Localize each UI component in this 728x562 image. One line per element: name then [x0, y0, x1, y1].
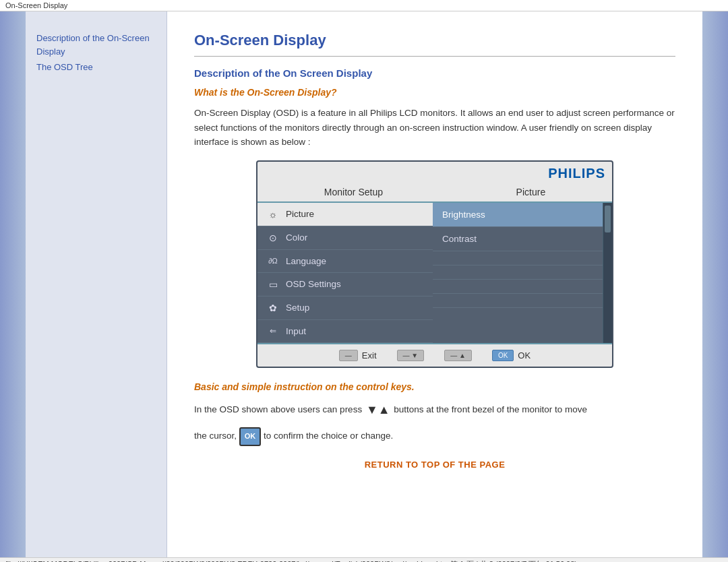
- osd-tab-monitor-setup: Monitor Setup: [311, 185, 396, 199]
- return-to-top-link[interactable]: RETURN TO TOP OF THE PAGE: [194, 460, 675, 470]
- title-divider: [194, 56, 675, 57]
- title-bar-text: On-Screen Display: [5, 1, 67, 9]
- sidebar: Description of the On-Screen Display The…: [26, 11, 167, 557]
- control-text-1: In the OSD shown above users can press: [194, 404, 362, 414]
- osd-display: PHILIPS Monitor Setup Picture ☼ Picture: [256, 160, 613, 368]
- osd-btn-up[interactable]: — ▲: [444, 350, 472, 361]
- osd-menu-item-osd-settings[interactable]: ▭ OSD Settings: [257, 273, 433, 296]
- osd-btn-down[interactable]: — ▼: [397, 350, 425, 361]
- osd-menu-label-language: Language: [286, 256, 326, 266]
- osd-menu-item-picture[interactable]: ☼ Picture: [257, 203, 433, 226]
- ok-key: OK: [492, 350, 514, 361]
- statusbar: file:///Hi/OEM.MODELS/Philips 2007/CD Ma…: [0, 557, 728, 562]
- up-key: — ▲: [444, 350, 472, 361]
- osd-menu-item-setup[interactable]: ✿ Setup: [257, 296, 433, 320]
- main-content: On-Screen Display Description of the On …: [167, 11, 702, 557]
- osd-scrollbar: [603, 203, 612, 343]
- brightness-label: Brightness: [442, 210, 485, 220]
- color-icon: ⊙: [267, 232, 279, 243]
- setup-icon: ✿: [267, 303, 279, 313]
- osd-right-col: Brightness Contrast: [433, 203, 603, 343]
- osd-settings-icon: ▭: [267, 279, 279, 290]
- osd-left-col: ☼ Picture ⊙ Color ∂Ω Language: [257, 203, 433, 343]
- control-text-2: buttons at the front bezel of the monito…: [394, 404, 587, 414]
- language-icon: ∂Ω: [267, 257, 279, 265]
- down-triangle-icon: ▼▲: [366, 399, 390, 420]
- cursor-text: the cursor,: [194, 431, 237, 441]
- cursor-confirm-text: the cursor, OK to confirm the choice or …: [194, 427, 675, 446]
- picture-icon: ☼: [267, 209, 279, 220]
- osd-menu-item-input[interactable]: ⇐ Input: [257, 320, 433, 343]
- sidebar-link-description[interactable]: Description of the On-Screen Display: [36, 32, 156, 58]
- osd-logo: PHILIPS: [257, 162, 612, 183]
- body-paragraph: On-Screen Display (OSD) is a feature in …: [194, 106, 675, 150]
- osd-right-item-contrast[interactable]: Contrast: [433, 227, 603, 251]
- section-title: Description of the On Screen Display: [194, 67, 675, 79]
- osd-btn-ok[interactable]: OK OK: [492, 350, 530, 361]
- osd-right-item-5: [433, 280, 603, 294]
- ok-button-icon: OK: [239, 427, 262, 446]
- osd-footer: — Exit — ▼ — ▲ OK OK: [257, 343, 612, 367]
- right-accent: [702, 11, 728, 557]
- input-icon: ⇐: [267, 326, 279, 336]
- left-accent: [0, 11, 26, 557]
- exit-label: Exit: [362, 350, 377, 361]
- osd-btn-exit[interactable]: — Exit: [339, 350, 377, 361]
- osd-menu-item-language[interactable]: ∂Ω Language: [257, 250, 433, 273]
- osd-right-item-brightness[interactable]: Brightness: [433, 203, 603, 227]
- osd-menu-label-setup: Setup: [286, 303, 309, 313]
- control-label: Basic and simple instruction on the cont…: [194, 381, 675, 392]
- osd-right-area: Brightness Contrast: [433, 203, 612, 343]
- osd-header-bar: Monitor Setup Picture: [257, 183, 612, 203]
- sidebar-link-osd-tree[interactable]: The OSD Tree: [36, 61, 156, 74]
- control-section: Basic and simple instruction on the cont…: [194, 381, 675, 446]
- osd-menu-item-color[interactable]: ⊙ Color: [257, 226, 433, 250]
- exit-key: —: [339, 350, 358, 361]
- osd-menu-label-osd-settings: OSD Settings: [286, 279, 341, 289]
- control-paragraph: In the OSD shown above users can press ▼…: [194, 399, 675, 420]
- title-bar: On-Screen Display: [0, 0, 728, 11]
- osd-menu-label-picture: Picture: [286, 209, 314, 219]
- osd-menu-label-color: Color: [286, 232, 307, 243]
- osd-tabs: Monitor Setup Picture: [257, 183, 612, 201]
- scrollbar-thumb[interactable]: [605, 206, 611, 232]
- page-title: On-Screen Display: [194, 32, 675, 49]
- osd-menu-label-input: Input: [286, 326, 306, 336]
- down-key: — ▼: [397, 350, 425, 361]
- subsection-title: What is the On-Screen Display?: [194, 87, 675, 98]
- osd-tab-picture: Picture: [503, 185, 559, 199]
- confirm-text: to confirm the choice or change.: [264, 431, 393, 441]
- osd-right-item-3: [433, 251, 603, 266]
- osd-body: ☼ Picture ⊙ Color ∂Ω Language: [257, 203, 612, 343]
- osd-right-item-4: [433, 266, 603, 280]
- osd-right-item-6: [433, 294, 603, 308]
- ok-label: OK: [518, 350, 530, 361]
- contrast-label: Contrast: [442, 234, 477, 244]
